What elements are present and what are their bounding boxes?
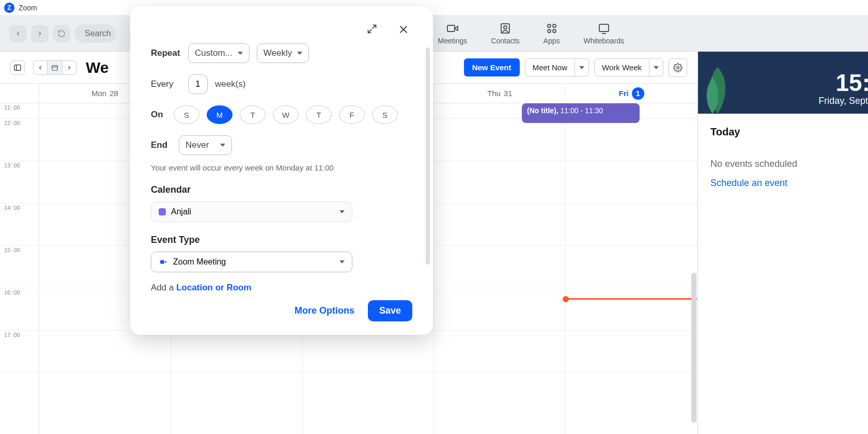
video-icon — [446, 22, 459, 35]
new-event-button[interactable]: New Event — [464, 58, 520, 76]
day-badge: 1 — [632, 87, 644, 100]
event-type-select[interactable]: Zoom Meeting — [151, 252, 352, 272]
svg-rect-2 — [447, 25, 455, 32]
zoom-logo-icon: Z — [4, 3, 14, 13]
repeat-value: Custom... — [195, 48, 233, 58]
day-sat[interactable]: S — [372, 105, 398, 124]
contacts-icon — [499, 22, 512, 35]
day-fri[interactable]: F — [339, 105, 365, 124]
svg-point-16 — [677, 66, 679, 69]
nav-apps[interactable]: Apps — [544, 22, 560, 45]
every-input[interactable] — [188, 74, 208, 94]
nav-whiteboards[interactable]: Whiteboards — [583, 22, 624, 45]
event-recurrence-modal: Repeat Custom... Weekly Every week(s) On… — [130, 6, 433, 335]
history-button[interactable] — [53, 25, 70, 42]
side-pane-toggle[interactable] — [10, 60, 25, 75]
svg-point-6 — [548, 24, 551, 27]
no-events-text: No events scheduled — [710, 159, 856, 169]
now-indicator — [566, 298, 697, 300]
chevron-down-icon — [220, 144, 225, 147]
today-button[interactable] — [48, 60, 62, 75]
day-number: 28 — [110, 89, 118, 98]
close-button[interactable] — [395, 21, 412, 40]
side-hero: 15: Friday, Sept — [698, 52, 868, 114]
modal-scrollbar[interactable] — [426, 48, 430, 265]
repeat-select[interactable]: Custom... — [188, 43, 250, 63]
svg-point-8 — [548, 29, 551, 33]
hour-label: 17: 00 — [0, 331, 39, 373]
nav-meetings-label: Meetings — [438, 37, 468, 45]
back-button[interactable] — [9, 25, 27, 42]
chevron-down-icon — [238, 52, 243, 55]
calendar-color-icon — [159, 208, 166, 215]
end-select[interactable]: Never — [179, 135, 232, 155]
schedule-event-link[interactable]: Schedule an event — [710, 178, 856, 189]
side-clock: 15: — [836, 69, 868, 97]
meet-now-button[interactable]: Meet Now — [525, 58, 576, 76]
event-title: (No title), — [527, 106, 559, 115]
frequency-select[interactable]: Weekly — [257, 43, 309, 63]
leaf-illustration — [702, 67, 733, 114]
more-options-button[interactable]: More Options — [295, 305, 354, 316]
view-mode-split: Work Week — [594, 58, 663, 76]
chevron-down-icon — [339, 210, 345, 213]
day-header-fri[interactable]: Fri1 — [566, 84, 698, 103]
svg-rect-14 — [52, 65, 58, 70]
repeat-label: Repeat — [151, 48, 181, 58]
whiteboard-icon — [598, 22, 610, 35]
svg-point-9 — [553, 29, 556, 33]
day-tue[interactable]: T — [240, 105, 266, 124]
meet-now-dropdown[interactable] — [575, 58, 589, 76]
hour-label: 16: 00 — [0, 288, 39, 331]
view-mode-button[interactable]: Work Week — [594, 58, 649, 76]
recurrence-summary: Your event will occur every week on Mond… — [151, 163, 412, 172]
date-nav — [33, 60, 76, 75]
add-a-text: Add a — [151, 283, 176, 292]
hour-label: 11: 00 — [0, 103, 39, 119]
day-header-thu[interactable]: Thu31 — [434, 84, 566, 103]
day-thu[interactable]: T — [306, 105, 332, 124]
today-heading: Today — [710, 126, 856, 138]
on-label: On — [151, 110, 166, 120]
calendar-select[interactable]: Anjali — [151, 202, 352, 222]
view-mode-dropdown[interactable] — [649, 58, 663, 76]
every-label: Every — [151, 79, 181, 89]
nav-contacts-label: Contacts — [491, 37, 519, 45]
calendar-value: Anjali — [171, 207, 191, 216]
save-button[interactable]: Save — [368, 300, 412, 321]
meet-now-split: Meet Now — [525, 58, 590, 76]
event-type-value: Zoom Meeting — [173, 257, 226, 267]
expand-button[interactable] — [364, 21, 380, 40]
gear-icon — [673, 63, 683, 72]
week-title: We — [86, 59, 109, 76]
prev-button[interactable] — [33, 60, 48, 75]
nav-contacts[interactable]: Contacts — [491, 22, 519, 45]
svg-line-17 — [373, 25, 376, 29]
video-icon — [159, 258, 168, 266]
day-number: 31 — [504, 89, 513, 98]
location-link[interactable]: Location or Room — [176, 283, 251, 292]
forward-button[interactable] — [31, 25, 49, 42]
side-date: Friday, Sept — [836, 96, 868, 97]
day-sun[interactable]: S — [174, 105, 199, 124]
day-wed[interactable]: W — [273, 105, 299, 124]
nav-apps-label: Apps — [544, 37, 560, 45]
nav-meetings[interactable]: Meetings — [438, 22, 468, 45]
frequency-value: Weekly — [264, 48, 292, 58]
svg-point-5 — [504, 26, 507, 29]
add-location-row: Add a Location or Room — [151, 283, 412, 293]
calendar-event[interactable]: (No title), 11:00 - 11:30 — [522, 103, 640, 123]
next-button[interactable] — [62, 60, 76, 75]
search-placeholder: Search — [85, 29, 111, 38]
event-time: 11:00 - 11:30 — [561, 106, 603, 115]
end-value: Never — [185, 140, 209, 150]
settings-button[interactable] — [669, 58, 687, 77]
search-input[interactable]: Search — [74, 24, 116, 43]
side-panel: 15: Friday, Sept Today No events schedul… — [698, 52, 868, 434]
scrollbar[interactable] — [691, 273, 696, 423]
day-label: Mon — [91, 89, 106, 98]
calendar-section-label: Calendar — [151, 184, 412, 195]
svg-rect-21 — [160, 260, 164, 264]
pane-icon — [13, 64, 22, 72]
day-mon[interactable]: M — [207, 105, 233, 124]
